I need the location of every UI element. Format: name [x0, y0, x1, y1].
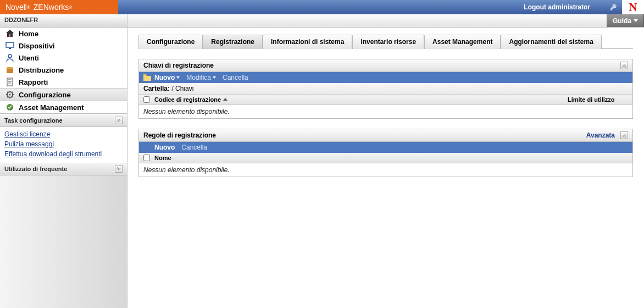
- panel-header: Regole di registrazione Avanzata: [139, 129, 632, 142]
- tab-bar: Configurazione Registrazione Informazion…: [138, 34, 633, 49]
- sidebar-item-users[interactable]: Utenti: [0, 52, 127, 64]
- logout-link[interactable]: Logout administrator: [524, 3, 590, 11]
- task-link-cleanup[interactable]: Pulizia messaggi: [4, 139, 123, 149]
- sidebar-item-distribution[interactable]: Distribuzione: [0, 64, 127, 76]
- sidebar-item-label: Home: [19, 30, 38, 38]
- task-link-licenses[interactable]: Gestisci licenze: [4, 129, 123, 139]
- brand-reg-1: ®: [27, 5, 30, 10]
- top-header: Novell® ZENworks® Logout administrator N: [0, 0, 644, 14]
- user-icon: [5, 53, 14, 62]
- collapse-button[interactable]: [620, 131, 628, 139]
- box-icon: [5, 65, 14, 74]
- tab-inventario-risorse[interactable]: Inventario risorse: [352, 35, 424, 49]
- action-bar: Nuovo Cancella: [139, 142, 632, 153]
- sidebar-item-devices[interactable]: Dispositivi: [0, 40, 127, 52]
- main-area: Home Dispositivi Utenti Distribuzione Ra…: [0, 28, 644, 308]
- guide-dropdown[interactable]: Guida: [607, 14, 644, 27]
- column-registration-code[interactable]: Codice di registrazione: [154, 96, 568, 103]
- folder-path-row: Cartella: / Chiavi: [139, 83, 632, 95]
- brand-name-1: Novell: [5, 3, 27, 12]
- chevron-up-icon: [116, 118, 121, 123]
- delete-action[interactable]: Cancella: [223, 74, 248, 81]
- sidebar-item-label: Configurazione: [19, 91, 71, 99]
- chevron-down-icon: [634, 19, 638, 22]
- action-bar: Nuovo Modifica Cancella: [139, 72, 632, 83]
- chevron-up-icon: [116, 167, 121, 171]
- sidebar-item-label: Dispositivi: [19, 42, 55, 50]
- column-usage-limit[interactable]: Limite di utilizzo: [568, 96, 628, 103]
- tab-aggiornamenti-sistema[interactable]: Aggiornamenti del sistema: [501, 35, 601, 49]
- nav-list: Home Dispositivi Utenti Distribuzione Ra…: [0, 28, 127, 114]
- delete-action[interactable]: Cancella: [181, 144, 207, 151]
- task-section-title: Task configurazione: [4, 117, 63, 124]
- delete-label: Cancella: [223, 74, 248, 81]
- folder-icon: [143, 74, 151, 81]
- panel-title: Chiavi di registrazione: [143, 62, 214, 69]
- sidebar-item-reports[interactable]: Rapporti: [0, 76, 127, 88]
- tab-asset-management[interactable]: Asset Management: [424, 35, 501, 49]
- task-links: Gestisci licenze Pulizia messaggi Effett…: [0, 127, 127, 162]
- svg-point-3: [8, 54, 12, 58]
- folder-label: Cartella:: [143, 85, 170, 92]
- task-section-header[interactable]: Task configurazione: [0, 114, 127, 127]
- panel-registration-rules: Regole di registrazione Avanzata Nuovo C…: [138, 129, 633, 177]
- guide-label: Guida: [613, 17, 631, 25]
- tab-registrazione[interactable]: Registrazione: [203, 35, 263, 49]
- collapse-button[interactable]: [620, 62, 628, 69]
- new-action[interactable]: Nuovo: [154, 144, 175, 151]
- sidebar-item-label: Rapporti: [19, 78, 48, 86]
- brand-reg-2: ®: [69, 5, 72, 10]
- brand-name-2: ZENworks: [34, 3, 69, 12]
- asset-icon: [5, 103, 14, 112]
- svg-rect-0: [9, 34, 10, 37]
- gear-icon: [5, 90, 14, 99]
- panel-registration-keys: Chiavi di registrazione Nuovo Modifica C…: [138, 59, 633, 119]
- home-icon: [5, 29, 14, 38]
- sidebar-item-label: Asset Management: [19, 103, 84, 112]
- delete-label: Cancella: [181, 144, 207, 151]
- chevron-up-icon: [622, 63, 626, 68]
- select-all-checkbox[interactable]: [143, 96, 150, 103]
- task-link-download-tools[interactable]: Effettua download degli strumenti: [4, 149, 123, 159]
- svg-point-11: [9, 94, 11, 96]
- sidebar-item-home[interactable]: Home: [0, 28, 127, 40]
- column-label: Limite di utilizzo: [568, 96, 615, 103]
- folder-path: / Chiavi: [171, 85, 193, 92]
- svg-rect-6: [7, 78, 13, 86]
- report-icon: [5, 78, 14, 86]
- header-right: Logout administrator: [118, 0, 622, 14]
- sidebar: Home Dispositivi Utenti Distribuzione Ra…: [0, 28, 127, 308]
- content-area: Configurazione Registrazione Informazion…: [127, 28, 644, 308]
- zone-label: DDZONEFR: [0, 14, 127, 27]
- sub-header-right: Guida: [127, 14, 644, 27]
- empty-message: Nessun elemento disponibile.: [139, 163, 632, 177]
- select-all-checkbox[interactable]: [143, 155, 150, 161]
- chevron-down-icon: [176, 76, 180, 79]
- sort-asc-icon: [223, 97, 227, 102]
- frequent-section-header[interactable]: Utilizzato di frequente: [0, 162, 127, 175]
- tab-informazioni-sistema[interactable]: Informazioni di sistema: [263, 35, 352, 49]
- svg-rect-2: [9, 48, 11, 49]
- svg-rect-5: [7, 67, 13, 69]
- tab-configurazione[interactable]: Configurazione: [138, 35, 203, 49]
- collapse-button[interactable]: [115, 117, 123, 124]
- table-header: Codice di registrazione Limite di utiliz…: [139, 95, 632, 105]
- advanced-link[interactable]: Avanzata: [586, 131, 615, 139]
- new-label: Nuovo: [154, 144, 175, 151]
- panel-header: Chiavi di registrazione: [139, 59, 632, 72]
- empty-message: Nessun elemento disponibile.: [139, 105, 632, 118]
- novell-n-logo: N: [622, 0, 644, 14]
- column-name[interactable]: Nome: [154, 155, 628, 161]
- edit-label: Modifica: [186, 74, 211, 81]
- chevron-up-icon: [622, 133, 626, 138]
- new-dropdown[interactable]: Nuovo: [154, 74, 180, 81]
- monitor-icon: [5, 41, 14, 50]
- brand-bar: Novell® ZENworks®: [0, 0, 118, 14]
- key-icon[interactable]: [610, 3, 618, 11]
- chevron-down-icon: [213, 76, 216, 79]
- table-header: Nome: [139, 153, 632, 163]
- sidebar-item-configuration[interactable]: Configurazione: [0, 88, 127, 101]
- collapse-button[interactable]: [115, 165, 123, 173]
- sidebar-item-asset-management[interactable]: Asset Management: [0, 101, 127, 113]
- edit-dropdown[interactable]: Modifica: [186, 74, 216, 81]
